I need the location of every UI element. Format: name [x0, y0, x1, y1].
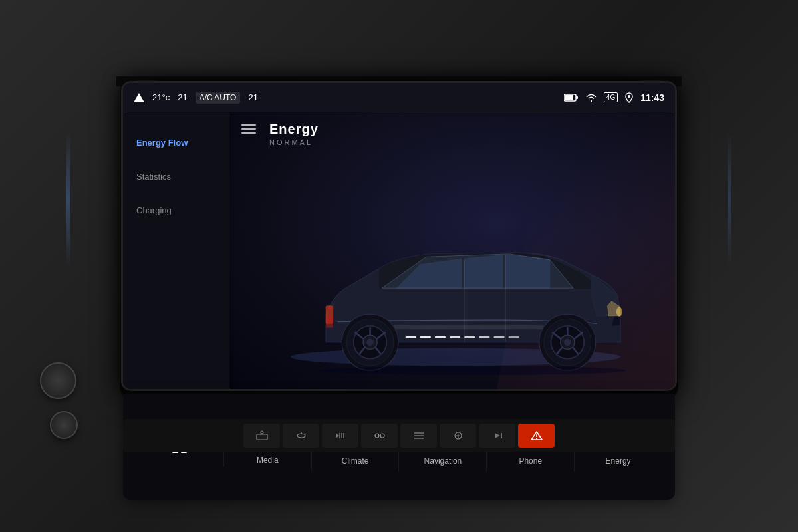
svg-point-54: [380, 434, 384, 438]
svg-point-36: [366, 338, 374, 346]
sidebar: Energy Flow Statistics Charging: [123, 112, 229, 389]
sidebar-item-charging[interactable]: Charging: [123, 194, 229, 227]
battery-icon: [564, 93, 579, 102]
phys-btn-5[interactable]: [400, 424, 437, 448]
nav-arrow-icon: [134, 93, 144, 102]
bezel-notch-left: [136, 80, 156, 83]
nav-navigation-label: Navigation: [424, 456, 462, 466]
status-left: 21°c 21 A/C AUTO 21: [134, 92, 564, 104]
svg-rect-9: [406, 336, 416, 338]
svg-rect-13: [464, 336, 475, 338]
svg-point-7: [616, 307, 622, 317]
energy-display: Energy NORMAL: [229, 112, 675, 389]
signal-icon: 4G: [604, 92, 618, 102]
energy-title-block: Energy NORMAL: [269, 122, 319, 146]
nav-climate-label: Climate: [342, 456, 369, 466]
svg-point-3: [628, 95, 630, 98]
sidebar-item-statistics[interactable]: Statistics: [123, 160, 229, 194]
knob-right[interactable]: [50, 411, 78, 439]
svg-rect-14: [479, 336, 489, 338]
temp-right: 21: [248, 92, 257, 102]
status-right: 4G 11:43: [564, 92, 664, 103]
svg-point-64: [536, 438, 537, 439]
svg-rect-16: [509, 336, 519, 338]
phys-btn-1[interactable]: [243, 424, 280, 448]
svg-point-48: [261, 431, 263, 434]
phys-btn-3[interactable]: [322, 424, 358, 448]
menu-button[interactable]: [241, 124, 256, 134]
phys-btn-hazard[interactable]: [518, 424, 555, 448]
nav-phone-label: Phone: [519, 456, 542, 466]
sidebar-item-energy-flow[interactable]: Energy Flow: [123, 126, 229, 160]
knob-left[interactable]: [40, 362, 76, 399]
status-time: 11:43: [640, 92, 664, 103]
main-screen: 21°c 21 A/C AUTO 21 4G: [123, 83, 675, 389]
phys-btn-7[interactable]: [479, 424, 515, 448]
location-icon: [624, 92, 634, 103]
svg-point-53: [375, 434, 379, 438]
physical-controls: [123, 419, 675, 452]
ambient-light-left: [66, 133, 70, 266]
phys-btn-4[interactable]: [361, 424, 398, 448]
phys-btn-6[interactable]: [440, 424, 476, 448]
phys-btn-2[interactable]: [283, 424, 319, 448]
energy-subtitle: NORMAL: [269, 138, 319, 146]
svg-rect-15: [494, 336, 505, 338]
main-content: Energy Flow Statistics Charging Energy: [123, 112, 675, 389]
wifi-icon: [585, 93, 597, 102]
temp-left: 21°c: [152, 92, 170, 102]
svg-rect-12: [450, 336, 460, 338]
energy-title: Energy: [269, 122, 319, 137]
bezel-notch-right: [642, 80, 662, 83]
fan-speed: 21: [178, 92, 187, 102]
nav-media-label: Media: [257, 456, 279, 465]
svg-point-37: [320, 366, 626, 375]
svg-rect-47: [257, 434, 267, 440]
svg-rect-11: [435, 336, 446, 338]
ambient-light-right: [728, 133, 732, 266]
svg-rect-10: [420, 336, 431, 338]
car-illustration: [249, 203, 662, 376]
ac-status: A/C AUTO: [196, 92, 241, 104]
nav-energy-label: Energy: [606, 456, 631, 466]
svg-rect-2: [576, 96, 578, 99]
svg-point-26: [564, 338, 571, 346]
status-bar: 21°c 21 A/C AUTO 21 4G: [123, 83, 675, 112]
car-interior: 21°c 21 A/C AUTO 21 4G: [0, 0, 798, 532]
svg-rect-1: [565, 95, 573, 100]
